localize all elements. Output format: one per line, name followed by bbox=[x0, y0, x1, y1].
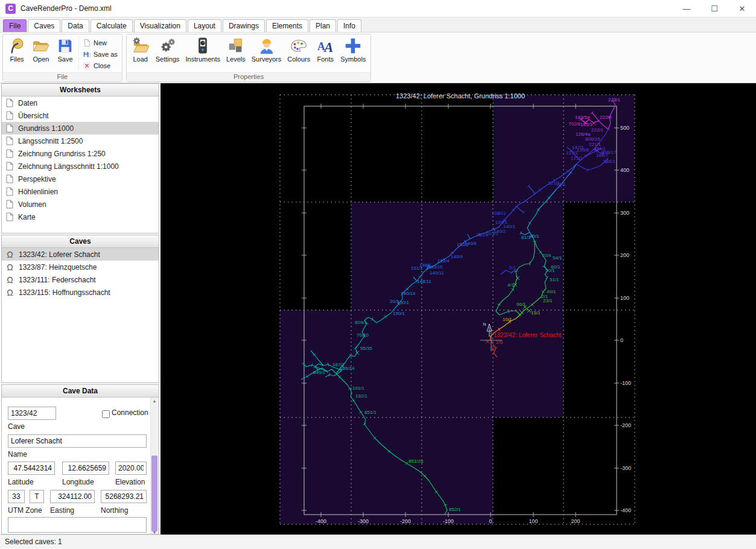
open-icon bbox=[32, 37, 50, 55]
cave-item[interactable]: Ω1323/111: Federschacht bbox=[2, 273, 159, 286]
tab-info[interactable]: Info bbox=[337, 19, 361, 32]
elevation-field[interactable] bbox=[115, 462, 147, 475]
status-text: Selected caves: 1 bbox=[5, 538, 62, 546]
cave-item[interactable]: Ω1323/87: Heinzquetsche bbox=[2, 261, 159, 273]
y-axis-label: -100 bbox=[620, 380, 631, 386]
worksheet-item[interactable]: Zeichnung Grundriss 1:250 bbox=[2, 147, 159, 160]
tab-data[interactable]: Data bbox=[62, 19, 89, 32]
map-canvas[interactable]: -400-300-200-10001002005004003002001000-… bbox=[163, 83, 756, 533]
latitude-field[interactable] bbox=[8, 462, 55, 475]
map-title: 1323/42: Loferer Schacht, Grundriss 1:10… bbox=[396, 92, 525, 100]
station-label: 96/1 bbox=[516, 302, 526, 307]
fonts-button[interactable]: AAFonts bbox=[313, 36, 337, 64]
colours-button[interactable]: Colours bbox=[284, 36, 313, 64]
close-button[interactable]: Close bbox=[83, 60, 118, 71]
station-label: 20/1 bbox=[390, 299, 399, 304]
station-label: 23/1 bbox=[543, 298, 553, 303]
utm-zone-field[interactable] bbox=[8, 490, 25, 503]
comment-field[interactable] bbox=[8, 517, 147, 533]
worksheet-item[interactable]: Daten bbox=[2, 97, 159, 109]
station-label: 222/4 bbox=[600, 115, 612, 120]
easting-field[interactable] bbox=[50, 490, 95, 503]
files-button[interactable]: Files bbox=[5, 36, 29, 64]
station-label: 140/11 bbox=[430, 270, 444, 276]
easting-label: Easting bbox=[50, 506, 74, 515]
new-button[interactable]: New bbox=[83, 37, 118, 48]
scroll-down-icon[interactable]: ▼ bbox=[151, 529, 158, 535]
minimize-button[interactable]: — bbox=[673, 0, 700, 17]
worksheet-item[interactable]: Übersicht bbox=[2, 109, 159, 122]
instruments-button[interactable]: Instruments bbox=[183, 36, 223, 64]
station-label: 140/14 bbox=[401, 291, 416, 296]
latitude-label: Latitude bbox=[8, 478, 34, 486]
cave-data-form: Connection Cave Name Latitude Longitude … bbox=[2, 398, 159, 535]
symbols-icon bbox=[344, 37, 362, 55]
worksheet-item[interactable]: Zeichnung Längsschnitt 1:1000 bbox=[2, 160, 159, 173]
utm-band-field[interactable] bbox=[30, 490, 44, 503]
svg-text:A: A bbox=[323, 40, 333, 55]
tab-plan[interactable]: Plan bbox=[310, 19, 336, 32]
longitude-field[interactable] bbox=[62, 462, 109, 475]
station-label: 171/1 bbox=[571, 156, 583, 161]
tab-caves[interactable]: Caves bbox=[28, 19, 60, 32]
saveas-icon bbox=[83, 50, 91, 59]
open-button[interactable]: Open bbox=[29, 36, 53, 64]
tab-calculate[interactable]: Calculate bbox=[91, 19, 133, 32]
station-label: 108/11 bbox=[492, 211, 506, 216]
page-icon bbox=[6, 200, 13, 209]
tab-drawings[interactable]: Drawings bbox=[223, 19, 265, 32]
load-button[interactable]: Load bbox=[129, 36, 153, 64]
x-axis-label: -300 bbox=[358, 518, 369, 524]
save-icon bbox=[56, 37, 74, 55]
levels-button[interactable]: Levels bbox=[223, 36, 249, 64]
maximize-button[interactable]: ☐ bbox=[700, 0, 728, 17]
layout-page bbox=[280, 417, 493, 524]
station-label: 223/1 bbox=[608, 97, 621, 103]
close-button[interactable]: ✕ bbox=[728, 0, 756, 17]
x-axis-label: -200 bbox=[400, 518, 411, 524]
symbols-button[interactable]: Symbols bbox=[337, 36, 369, 64]
save-button[interactable]: Save bbox=[53, 36, 77, 64]
settings-button[interactable]: Settings bbox=[153, 36, 183, 64]
scroll-up-icon[interactable]: ▲ bbox=[151, 398, 158, 404]
station-label: 183/1 bbox=[580, 122, 593, 127]
northing-field[interactable] bbox=[101, 490, 147, 503]
ribbon: FilesOpenSaveNewSave asCloseFileLoadSett… bbox=[0, 33, 756, 83]
station-label: 192/1 bbox=[355, 393, 368, 399]
closefile-icon bbox=[83, 62, 91, 70]
caves-panel: Caves Ω1323/42: Loferer SchachtΩ1323/87:… bbox=[1, 235, 159, 383]
tab-visualization[interactable]: Visualization bbox=[134, 19, 186, 32]
cave-number-field[interactable] bbox=[8, 407, 56, 420]
connection-checkbox[interactable] bbox=[102, 410, 110, 418]
surveyors-button[interactable]: Surveyors bbox=[249, 36, 285, 64]
cave-item[interactable]: Ω1323/42: Loferer Schacht bbox=[2, 248, 159, 261]
worksheet-item[interactable]: Perspektive bbox=[2, 173, 159, 185]
station-label: 51/1 bbox=[550, 277, 559, 282]
station-label: 127/1 bbox=[566, 150, 579, 156]
cave-name-field[interactable] bbox=[8, 434, 147, 448]
scrollbar-thumb[interactable] bbox=[151, 455, 157, 532]
worksheet-item[interactable]: Grundriss 1:1000 bbox=[2, 122, 159, 135]
x-axis-label: 200 bbox=[571, 518, 580, 524]
northing-label: Northing bbox=[101, 506, 128, 515]
settings-icon bbox=[159, 37, 177, 55]
save-as-button[interactable]: Save as bbox=[83, 48, 118, 60]
station-label: 54/1 bbox=[553, 255, 562, 261]
worksheet-item[interactable]: Volumen bbox=[2, 198, 159, 211]
cave-data-scrollbar[interactable]: ▲ ▼ bbox=[150, 398, 159, 535]
worksheet-item[interactable]: Karte bbox=[2, 211, 159, 223]
y-axis-label: -200 bbox=[620, 422, 631, 428]
utm-zone-label: UTM Zone bbox=[8, 506, 42, 515]
station-label: 186/24 bbox=[340, 366, 355, 371]
worksheet-item[interactable]: Längsschnitt 1:2500 bbox=[2, 135, 159, 147]
station-label: 222/1 bbox=[591, 127, 604, 133]
station-label: 203/1 bbox=[486, 231, 499, 236]
instruments-icon bbox=[194, 37, 212, 55]
fonts-icon: AA bbox=[316, 37, 334, 55]
tab-layout[interactable]: Layout bbox=[188, 19, 221, 32]
cave-item[interactable]: Ω1323/115: Hoffnungsschacht bbox=[2, 286, 159, 299]
tab-elements[interactable]: Elements bbox=[266, 19, 308, 32]
station-label: 702/8 bbox=[568, 121, 581, 127]
tab-file[interactable]: File bbox=[3, 19, 27, 32]
worksheet-item[interactable]: Höhlenlinien bbox=[2, 185, 159, 198]
